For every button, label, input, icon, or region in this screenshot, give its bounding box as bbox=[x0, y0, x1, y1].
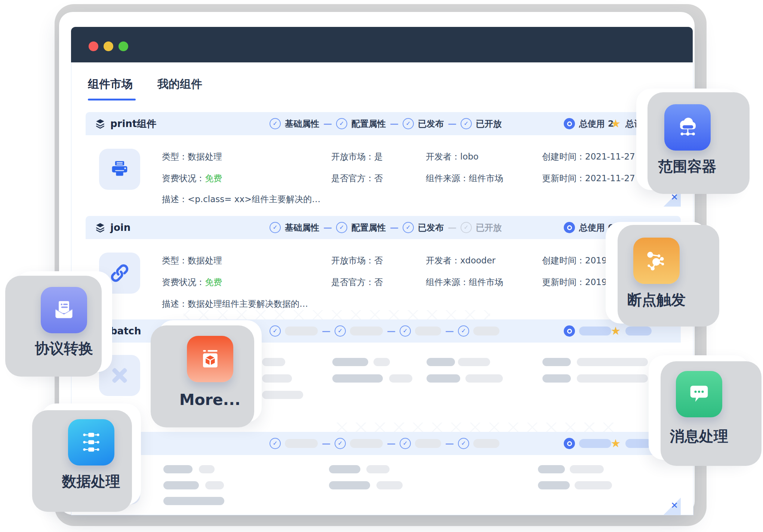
field-developer: 开发者：xdooder bbox=[426, 255, 496, 266]
step-label: 已开放 bbox=[476, 118, 502, 130]
field-source: 组件来源：组件市场 bbox=[426, 277, 503, 288]
floating-card-message-processing[interactable]: 消息处理 bbox=[649, 355, 750, 460]
step-label: 已开放 bbox=[476, 222, 502, 233]
skeleton-pill bbox=[163, 481, 199, 489]
step-divider: — bbox=[390, 119, 399, 129]
check-circle-icon bbox=[400, 438, 411, 449]
skeleton-pill bbox=[542, 358, 571, 366]
layers-icon bbox=[95, 118, 106, 129]
floating-card-more[interactable]: More... bbox=[158, 320, 262, 422]
traffic-light-green-icon[interactable] bbox=[119, 41, 128, 51]
field-description: 描述：<p.class= xx>组件主要解决的… bbox=[162, 194, 320, 205]
field-fee: 资费状况：免费 bbox=[162, 277, 222, 288]
floating-card-label: 断点触发 bbox=[606, 290, 707, 310]
card-name-label: join bbox=[110, 222, 130, 233]
floating-card-label: 范围容器 bbox=[636, 157, 738, 177]
component-card-join[interactable]: join 基础属性 — 配置属性 — 已发布 — 已开放 bbox=[86, 216, 681, 310]
step-label: 配置属性 bbox=[351, 222, 386, 233]
status-steps-skeleton: — — — bbox=[270, 432, 499, 455]
usage-label: 总使用 2 bbox=[579, 118, 614, 130]
skeleton-pill bbox=[473, 327, 499, 335]
check-circle-icon bbox=[461, 118, 472, 129]
skeleton-pill bbox=[542, 374, 571, 383]
field-description: 描述：数据处理组件主要解决数据的… bbox=[162, 299, 308, 310]
skeleton-pill bbox=[577, 358, 648, 366]
skeleton-pill bbox=[415, 327, 441, 335]
component-card-print[interactable]: print组件 基础属性 — 配置属性 — 已发布 — 已开放 bbox=[86, 112, 681, 207]
check-circle-icon bbox=[336, 118, 347, 129]
field-source: 组件来源：组件市场 bbox=[426, 173, 503, 184]
collapse-corner-button[interactable] bbox=[664, 498, 681, 515]
active-tab-underline bbox=[88, 99, 136, 100]
skeleton-pill bbox=[427, 374, 460, 383]
check-circle-icon bbox=[270, 438, 281, 449]
field-open-market: 开放市场：是 bbox=[331, 151, 383, 163]
eye-badge-icon bbox=[564, 118, 575, 129]
skeleton-pill bbox=[458, 358, 490, 366]
skeleton-pill bbox=[465, 374, 503, 383]
check-circle-icon bbox=[270, 325, 281, 337]
card-name-label: batch bbox=[110, 325, 141, 337]
check-circle-icon bbox=[403, 222, 414, 233]
floating-card-range-container[interactable]: 范围容器 bbox=[636, 89, 738, 190]
step-divider: — bbox=[445, 439, 454, 448]
skeleton-pill bbox=[350, 439, 383, 448]
step-label: 配置属性 bbox=[351, 118, 386, 130]
status-steps: 基础属性 — 配置属性 — 已发布 — 已开放 bbox=[270, 112, 502, 135]
floating-card-data-processing[interactable]: 数据处理 bbox=[41, 403, 141, 505]
star-icon bbox=[610, 118, 622, 130]
skeleton-pill bbox=[538, 465, 565, 473]
component-card-skeleton[interactable]: — — — bbox=[86, 432, 681, 515]
floating-card-protocol-conversion[interactable]: 协议转换 bbox=[16, 271, 112, 372]
eye-badge-icon bbox=[564, 438, 575, 449]
status-steps: 基础属性 — 配置属性 — 已发布 — 已开放 bbox=[270, 216, 502, 239]
layers-icon bbox=[95, 222, 106, 233]
skeleton-pill bbox=[332, 374, 383, 383]
skeleton-pill bbox=[577, 374, 648, 383]
cube-window-icon bbox=[187, 336, 233, 382]
check-circle-icon bbox=[400, 325, 411, 337]
step-divider: — bbox=[448, 223, 456, 232]
skeleton-pill bbox=[366, 465, 390, 473]
tab-my-components[interactable]: 我的组件 bbox=[157, 77, 202, 92]
eye-badge-icon bbox=[564, 222, 575, 233]
skeleton-pill bbox=[538, 481, 570, 489]
skeleton-pill bbox=[329, 465, 360, 473]
field-type: 类型：数据处理 bbox=[162, 255, 222, 266]
check-circle-icon bbox=[336, 222, 347, 233]
traffic-light-red-icon[interactable] bbox=[89, 41, 98, 51]
cloud-network-icon bbox=[664, 104, 711, 151]
document-envelope-icon bbox=[41, 287, 87, 333]
skeleton-pill bbox=[262, 374, 292, 383]
usage-counter: 总使用 2 bbox=[564, 112, 614, 135]
skeleton-pill bbox=[625, 439, 652, 448]
tab-component-market[interactable]: 组件市场 bbox=[88, 77, 133, 92]
step-divider: — bbox=[322, 326, 330, 336]
floating-card-breakpoint-trigger[interactable]: 断点触发 bbox=[606, 222, 707, 324]
skeleton-pill bbox=[415, 439, 441, 448]
skeleton-pill bbox=[579, 439, 611, 448]
star-icon bbox=[610, 325, 622, 337]
link-icon bbox=[108, 262, 131, 284]
step-label: 已发布 bbox=[418, 118, 444, 130]
step-divider: — bbox=[387, 326, 396, 336]
step-divider: — bbox=[387, 439, 396, 448]
content-panel: 组件市场 我的组件 print组件 bbox=[71, 62, 693, 515]
skeleton-pill bbox=[332, 358, 368, 366]
skeleton-pill bbox=[329, 481, 370, 489]
close-x-icon bbox=[671, 500, 678, 511]
check-circle-icon bbox=[335, 325, 346, 337]
chat-bubble-icon bbox=[676, 371, 722, 417]
skeleton-pill bbox=[579, 327, 611, 335]
step-divider: — bbox=[448, 119, 456, 129]
molecule-icon bbox=[633, 238, 680, 284]
field-official: 是否官方：否 bbox=[331, 173, 383, 184]
usage-counter-skeleton bbox=[564, 432, 611, 455]
check-circle-icon bbox=[458, 325, 469, 337]
skeleton-pill bbox=[570, 465, 604, 473]
skeleton-pill bbox=[163, 497, 224, 505]
eye-badge-icon bbox=[564, 325, 575, 337]
field-created: 创建时间：2019-1 bbox=[542, 255, 615, 266]
traffic-light-yellow-icon[interactable] bbox=[104, 41, 113, 51]
skeleton-pill bbox=[262, 391, 303, 399]
